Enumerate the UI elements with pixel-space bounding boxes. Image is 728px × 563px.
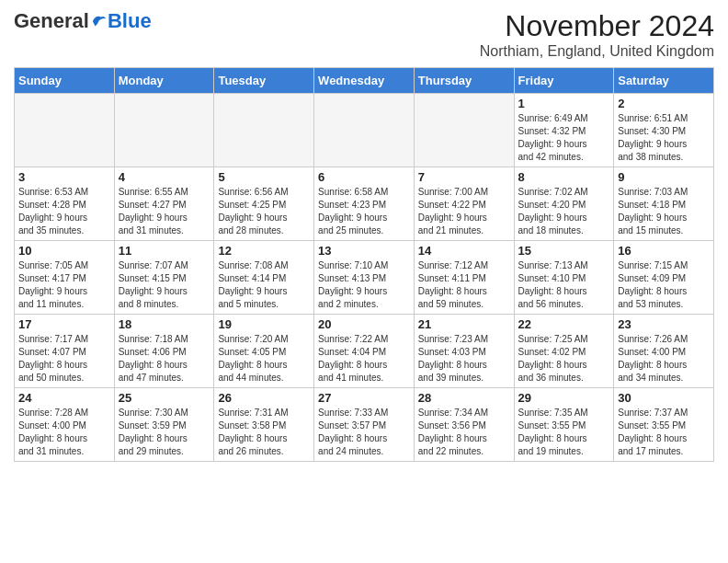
day-number: 19: [218, 317, 310, 331]
header-friday: Friday: [514, 68, 614, 94]
calendar-week-row: 10Sunrise: 7:05 AM Sunset: 4:17 PM Dayli…: [15, 241, 714, 315]
day-number: 10: [18, 244, 110, 258]
day-number: 3: [18, 170, 110, 184]
logo: General Blue: [14, 9, 152, 33]
calendar-cell: [114, 94, 214, 167]
day-number: 9: [618, 170, 710, 184]
calendar-cell: 27Sunrise: 7:33 AM Sunset: 3:57 PM Dayli…: [314, 388, 415, 462]
day-detail: Sunrise: 7:13 AM Sunset: 4:10 PM Dayligh…: [518, 259, 610, 311]
title-area: November 2024 Northiam, England, United …: [480, 9, 714, 60]
calendar-cell: 21Sunrise: 7:23 AM Sunset: 4:03 PM Dayli…: [414, 315, 514, 388]
logo-general-text: General: [14, 9, 89, 33]
day-number: 2: [618, 97, 710, 110]
calendar-cell: 14Sunrise: 7:12 AM Sunset: 4:11 PM Dayli…: [414, 241, 514, 315]
day-number: 8: [518, 170, 610, 184]
calendar-cell: 12Sunrise: 7:08 AM Sunset: 4:14 PM Dayli…: [214, 241, 314, 315]
calendar-cell: 8Sunrise: 7:02 AM Sunset: 4:20 PM Daylig…: [514, 167, 614, 241]
header-tuesday: Tuesday: [214, 68, 314, 94]
calendar-cell: 9Sunrise: 7:03 AM Sunset: 4:18 PM Daylig…: [614, 167, 714, 241]
day-number: 28: [418, 391, 510, 405]
calendar-cell: 1Sunrise: 6:49 AM Sunset: 4:32 PM Daylig…: [514, 94, 614, 167]
calendar-cell: 29Sunrise: 7:35 AM Sunset: 3:55 PM Dayli…: [514, 388, 614, 462]
logo-bird-icon: [91, 13, 108, 29]
calendar-week-row: 1Sunrise: 6:49 AM Sunset: 4:32 PM Daylig…: [15, 94, 714, 167]
calendar-cell: 28Sunrise: 7:34 AM Sunset: 3:56 PM Dayli…: [414, 388, 514, 462]
calendar-cell: 7Sunrise: 7:00 AM Sunset: 4:22 PM Daylig…: [414, 167, 514, 241]
day-detail: Sunrise: 7:25 AM Sunset: 4:02 PM Dayligh…: [518, 333, 610, 385]
day-number: 1: [518, 97, 610, 110]
day-detail: Sunrise: 7:20 AM Sunset: 4:05 PM Dayligh…: [218, 333, 310, 385]
day-detail: Sunrise: 6:56 AM Sunset: 4:25 PM Dayligh…: [218, 186, 310, 237]
day-number: 13: [318, 244, 410, 258]
day-detail: Sunrise: 7:08 AM Sunset: 4:14 PM Dayligh…: [218, 259, 310, 311]
calendar-cell: 13Sunrise: 7:10 AM Sunset: 4:13 PM Dayli…: [314, 241, 415, 315]
calendar-header-row: SundayMondayTuesdayWednesdayThursdayFrid…: [15, 68, 714, 94]
month-title: November 2024: [480, 9, 714, 43]
day-number: 15: [518, 244, 610, 258]
day-detail: Sunrise: 7:12 AM Sunset: 4:11 PM Dayligh…: [418, 259, 510, 311]
calendar-cell: 16Sunrise: 7:15 AM Sunset: 4:09 PM Dayli…: [614, 241, 714, 315]
calendar-cell: 6Sunrise: 6:58 AM Sunset: 4:23 PM Daylig…: [314, 167, 415, 241]
header-monday: Monday: [114, 68, 214, 94]
day-number: 25: [119, 391, 210, 405]
day-number: 14: [418, 244, 510, 258]
calendar-week-row: 3Sunrise: 6:53 AM Sunset: 4:28 PM Daylig…: [15, 167, 714, 241]
day-detail: Sunrise: 7:33 AM Sunset: 3:57 PM Dayligh…: [318, 407, 410, 458]
calendar-cell: 3Sunrise: 6:53 AM Sunset: 4:28 PM Daylig…: [15, 167, 115, 241]
day-number: 23: [618, 317, 710, 331]
day-number: 4: [119, 170, 210, 184]
calendar-cell: 19Sunrise: 7:20 AM Sunset: 4:05 PM Dayli…: [214, 315, 314, 388]
day-number: 22: [518, 317, 610, 331]
day-number: 21: [418, 317, 510, 331]
page-header: General Blue November 2024 Northiam, Eng…: [14, 9, 714, 60]
calendar-cell: 2Sunrise: 6:51 AM Sunset: 4:30 PM Daylig…: [614, 94, 714, 167]
header-thursday: Thursday: [414, 68, 514, 94]
calendar-cell: 23Sunrise: 7:26 AM Sunset: 4:00 PM Dayli…: [614, 315, 714, 388]
day-detail: Sunrise: 7:34 AM Sunset: 3:56 PM Dayligh…: [418, 407, 510, 458]
day-number: 27: [318, 391, 410, 405]
header-wednesday: Wednesday: [314, 68, 415, 94]
calendar-cell: [414, 94, 514, 167]
day-number: 16: [618, 244, 710, 258]
day-detail: Sunrise: 6:58 AM Sunset: 4:23 PM Dayligh…: [318, 186, 410, 237]
calendar-cell: [15, 94, 115, 167]
day-number: 6: [318, 170, 410, 184]
day-number: 30: [618, 391, 710, 405]
day-detail: Sunrise: 7:18 AM Sunset: 4:06 PM Dayligh…: [119, 333, 210, 385]
day-number: 26: [218, 391, 310, 405]
day-number: 29: [518, 391, 610, 405]
day-detail: Sunrise: 7:28 AM Sunset: 4:00 PM Dayligh…: [18, 407, 110, 458]
day-number: 17: [18, 317, 110, 331]
day-detail: Sunrise: 7:37 AM Sunset: 3:55 PM Dayligh…: [618, 407, 710, 458]
logo-blue-text: Blue: [108, 9, 152, 33]
day-detail: Sunrise: 7:03 AM Sunset: 4:18 PM Dayligh…: [618, 186, 710, 237]
calendar-table: SundayMondayTuesdayWednesdayThursdayFrid…: [14, 67, 714, 462]
header-saturday: Saturday: [614, 68, 714, 94]
day-detail: Sunrise: 7:02 AM Sunset: 4:20 PM Dayligh…: [518, 186, 610, 237]
calendar-cell: 17Sunrise: 7:17 AM Sunset: 4:07 PM Dayli…: [15, 315, 115, 388]
calendar-cell: 10Sunrise: 7:05 AM Sunset: 4:17 PM Dayli…: [15, 241, 115, 315]
calendar-cell: 26Sunrise: 7:31 AM Sunset: 3:58 PM Dayli…: [214, 388, 314, 462]
day-number: 18: [119, 317, 210, 331]
day-number: 20: [318, 317, 410, 331]
location-title: Northiam, England, United Kingdom: [480, 43, 714, 60]
day-detail: Sunrise: 6:55 AM Sunset: 4:27 PM Dayligh…: [119, 186, 210, 237]
day-detail: Sunrise: 7:15 AM Sunset: 4:09 PM Dayligh…: [618, 259, 710, 311]
calendar-cell: 18Sunrise: 7:18 AM Sunset: 4:06 PM Dayli…: [114, 315, 214, 388]
calendar-cell: 24Sunrise: 7:28 AM Sunset: 4:00 PM Dayli…: [15, 388, 115, 462]
calendar-cell: 22Sunrise: 7:25 AM Sunset: 4:02 PM Dayli…: [514, 315, 614, 388]
day-number: 7: [418, 170, 510, 184]
calendar-cell: 4Sunrise: 6:55 AM Sunset: 4:27 PM Daylig…: [114, 167, 214, 241]
day-detail: Sunrise: 7:26 AM Sunset: 4:00 PM Dayligh…: [618, 333, 710, 385]
calendar-cell: 5Sunrise: 6:56 AM Sunset: 4:25 PM Daylig…: [214, 167, 314, 241]
calendar-cell: 30Sunrise: 7:37 AM Sunset: 3:55 PM Dayli…: [614, 388, 714, 462]
calendar-cell: [214, 94, 314, 167]
calendar-week-row: 24Sunrise: 7:28 AM Sunset: 4:00 PM Dayli…: [15, 388, 714, 462]
day-number: 12: [218, 244, 310, 258]
calendar-week-row: 17Sunrise: 7:17 AM Sunset: 4:07 PM Dayli…: [15, 315, 714, 388]
day-detail: Sunrise: 7:31 AM Sunset: 3:58 PM Dayligh…: [218, 407, 310, 458]
day-number: 11: [119, 244, 210, 258]
day-detail: Sunrise: 7:07 AM Sunset: 4:15 PM Dayligh…: [119, 259, 210, 311]
day-detail: Sunrise: 6:49 AM Sunset: 4:32 PM Dayligh…: [518, 112, 610, 164]
day-detail: Sunrise: 7:35 AM Sunset: 3:55 PM Dayligh…: [518, 407, 610, 458]
